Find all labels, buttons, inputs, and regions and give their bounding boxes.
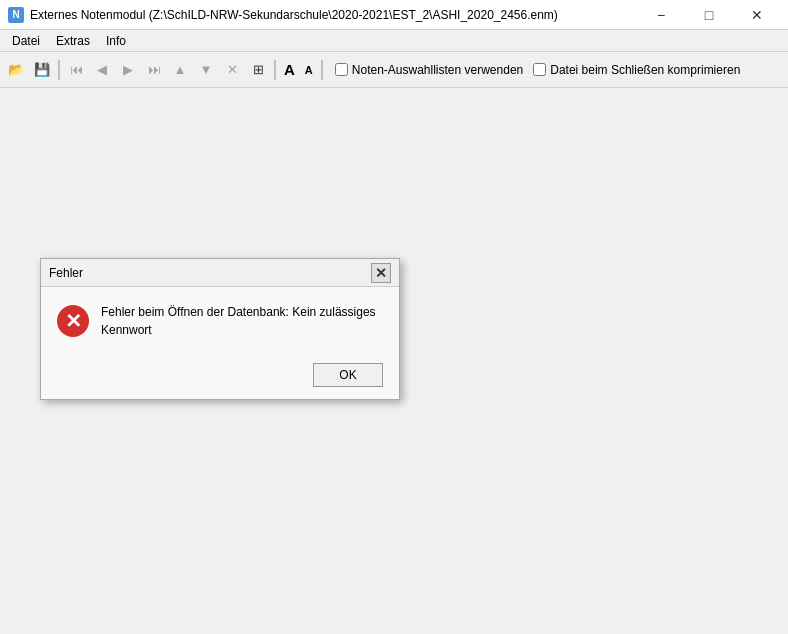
- noten-auswahllisten-label[interactable]: Noten-Auswahllisten verwenden: [352, 63, 523, 77]
- main-content: Fehler ✕ ✕ Fehler beim Öffnen der Datenb…: [0, 88, 788, 634]
- menu-extras[interactable]: Extras: [48, 32, 98, 50]
- window-controls: − □ ✕: [638, 0, 780, 30]
- dialog-body: ✕ Fehler beim Öffnen der Datenbank: Kein…: [41, 287, 399, 355]
- font-decrease-label[interactable]: A: [301, 64, 317, 76]
- delete-button[interactable]: ✕: [220, 58, 244, 82]
- title-bar: N Externes Notenmodul (Z:\SchILD-NRW-Sek…: [0, 0, 788, 30]
- move-up-button[interactable]: ▲: [168, 58, 192, 82]
- error-icon-container: ✕: [57, 305, 89, 337]
- compress-checkbox-group: Datei beim Schließen komprimieren: [533, 63, 740, 77]
- menu-info[interactable]: Info: [98, 32, 134, 50]
- font-increase-label[interactable]: A: [280, 61, 299, 78]
- minimize-button[interactable]: −: [638, 0, 684, 30]
- dialog-title: Fehler: [49, 266, 371, 280]
- compress-file-checkbox[interactable]: [533, 63, 546, 76]
- error-icon: ✕: [57, 305, 89, 337]
- menu-datei[interactable]: Datei: [4, 32, 48, 50]
- next-record-button[interactable]: ▶: [116, 58, 140, 82]
- last-record-button[interactable]: ⏭: [142, 58, 166, 82]
- dialog-message-line2: Kennwort: [101, 323, 152, 337]
- first-record-button[interactable]: ⏮: [64, 58, 88, 82]
- close-window-button[interactable]: ✕: [734, 0, 780, 30]
- error-dialog: Fehler ✕ ✕ Fehler beim Öffnen der Datenb…: [40, 258, 400, 400]
- dialog-close-button[interactable]: ✕: [371, 263, 391, 283]
- prev-record-button[interactable]: ◀: [90, 58, 114, 82]
- toolbar-separator-2: [274, 60, 276, 80]
- toolbar-separator-1: [58, 60, 60, 80]
- noten-checkbox-group: Noten-Auswahllisten verwenden: [335, 63, 523, 77]
- toolbar: 📂 💾 ⏮ ◀ ▶ ⏭ ▲ ▼ ✕ ⊞ A A Noten-Auswahllis…: [0, 52, 788, 88]
- open-button[interactable]: 📂: [4, 58, 28, 82]
- move-down-button[interactable]: ▼: [194, 58, 218, 82]
- dialog-title-bar: Fehler ✕: [41, 259, 399, 287]
- dialog-message: Fehler beim Öffnen der Datenbank: Kein z…: [101, 303, 383, 339]
- dialog-overlay: Fehler ✕ ✕ Fehler beim Öffnen der Datenb…: [0, 88, 788, 634]
- compress-file-label[interactable]: Datei beim Schließen komprimieren: [550, 63, 740, 77]
- grid-button[interactable]: ⊞: [246, 58, 270, 82]
- dialog-footer: OK: [41, 355, 399, 399]
- dialog-ok-button[interactable]: OK: [313, 363, 383, 387]
- menu-bar: Datei Extras Info: [0, 30, 788, 52]
- window-title: Externes Notenmodul (Z:\SchILD-NRW-Sekun…: [30, 8, 638, 22]
- save-button[interactable]: 💾: [30, 58, 54, 82]
- noten-auswahllisten-checkbox[interactable]: [335, 63, 348, 76]
- dialog-message-line1: Fehler beim Öffnen der Datenbank: Kein z…: [101, 305, 376, 319]
- toolbar-separator-3: [321, 60, 323, 80]
- maximize-button[interactable]: □: [686, 0, 732, 30]
- app-icon: N: [8, 7, 24, 23]
